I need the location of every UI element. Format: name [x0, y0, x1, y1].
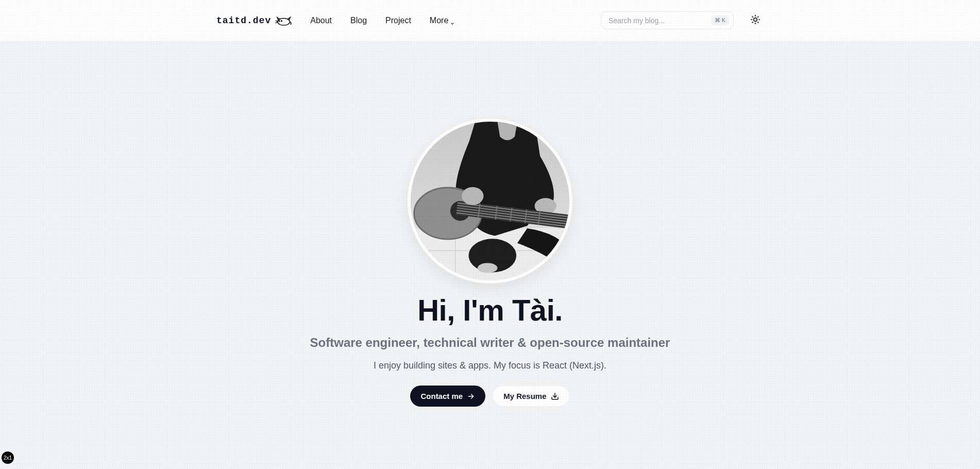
svg-point-32: [462, 187, 483, 205]
logo-link[interactable]: taitd.dev: [216, 13, 292, 28]
svg-line-11: [758, 16, 758, 17]
svg-line-10: [752, 22, 753, 22]
hero-title: Hi, I'm Tài.: [417, 293, 563, 327]
sun-icon: [750, 14, 761, 27]
contact-button[interactable]: Contact me: [410, 386, 485, 407]
svg-line-7: [758, 22, 758, 22]
hero-subtitle: Software engineer, technical writer & op…: [310, 336, 670, 350]
svg-point-2: [279, 21, 280, 22]
hero-actions: Contact me My Resume: [410, 386, 569, 407]
svg-point-3: [754, 18, 757, 21]
search-box[interactable]: ⌘ K: [601, 11, 734, 29]
avatar: [408, 119, 572, 283]
corner-badge: 2x1: [2, 451, 14, 464]
nav-blog[interactable]: Blog: [350, 16, 367, 25]
search-input[interactable]: [609, 16, 707, 25]
contact-button-label: Contact me: [420, 392, 463, 400]
nav-more-label: More: [430, 16, 448, 25]
svg-line-6: [752, 16, 753, 17]
theme-toggle-button[interactable]: [747, 12, 764, 29]
logo-text: taitd.dev: [216, 15, 271, 26]
resume-button-label: My Resume: [503, 392, 546, 400]
download-icon: [551, 392, 559, 400]
chevron-down-icon: [450, 19, 454, 23]
nav-more[interactable]: More: [430, 16, 454, 25]
hero-section: Hi, I'm Tài. Software engineer, technica…: [0, 41, 980, 407]
site-header: taitd.dev About Blog Project More: [0, 0, 980, 41]
hero-description: I enjoy building sites & apps. My focus …: [374, 360, 606, 371]
nav-project[interactable]: Project: [385, 16, 411, 25]
svg-point-34: [478, 263, 498, 273]
search-kbd-shortcut: ⌘ K: [711, 15, 729, 25]
resume-button[interactable]: My Resume: [493, 386, 569, 407]
arrow-right-icon: [467, 392, 475, 400]
avatar-image: [411, 122, 569, 280]
nav-about[interactable]: About: [310, 16, 332, 25]
main-nav: About Blog Project More: [310, 16, 454, 25]
cat-icon: [274, 13, 292, 28]
svg-point-1: [281, 21, 282, 22]
